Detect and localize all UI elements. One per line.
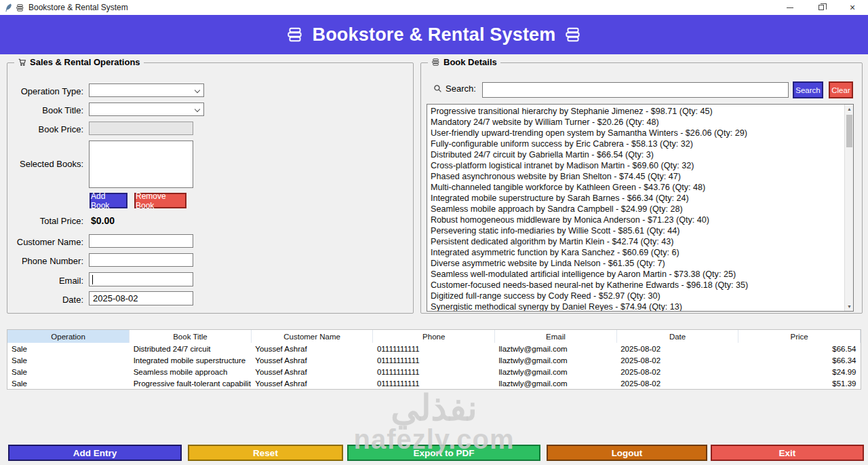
page-title: Bookstore & Rental System <box>312 24 555 45</box>
scroll-down-icon[interactable]: ▼ <box>845 302 854 311</box>
cell-customer-name: Youssef Ashraf <box>251 366 373 377</box>
cell-phone: 01111111111 <box>373 343 495 354</box>
chevron-down-icon <box>195 107 200 112</box>
watermark: نفذلي nafezly.com <box>0 391 868 452</box>
book-list-item[interactable]: Persevering static info-mediaries by Wil… <box>431 225 844 236</box>
book-list-item[interactable]: Distributed 24/7 circuit by Gabriella Ma… <box>431 149 844 160</box>
search-input[interactable] <box>482 82 789 98</box>
add-entry-button[interactable]: Add Entry <box>8 445 182 461</box>
cell-phone: 01111111111 <box>373 354 495 366</box>
window-title: Bookstore & Rental System <box>28 3 128 12</box>
book-list-item[interactable]: Synergistic methodical synergy by Daniel… <box>431 301 844 312</box>
books-icon <box>286 26 304 43</box>
header-banner: Bookstore & Rental System <box>0 15 868 54</box>
total-price-value: $0.00 <box>91 215 115 226</box>
book-list-item[interactable]: Robust homogeneous middleware by Monica … <box>431 215 844 225</box>
cell-date: 2025-08-02 <box>616 377 738 389</box>
book-details-title: Book Details <box>443 57 497 67</box>
close-button[interactable]: × <box>837 0 868 15</box>
chevron-down-icon <box>195 88 200 93</box>
book-list-item[interactable]: Multi-channeled tangible workforce by Ka… <box>431 182 844 193</box>
add-book-button[interactable]: Add Book <box>90 193 127 208</box>
cart-icon <box>18 58 26 67</box>
sales-operations-panel: Sales & Rental Operations Operation Type… <box>7 62 414 314</box>
book-list-item[interactable]: Mandatory 24/7 website by William Turner… <box>431 117 844 128</box>
column-header-date[interactable]: Date <box>616 330 738 343</box>
book-price-field <box>89 122 193 135</box>
column-header-phone[interactable]: Phone <box>373 330 495 343</box>
search-label: Search: <box>446 83 476 94</box>
clear-button[interactable]: Clear <box>829 81 853 98</box>
book-list-item[interactable]: Seamless well-modulated artificial intel… <box>431 269 844 280</box>
book-list-item[interactable]: Cross-platform logistical intranet by Ma… <box>431 160 844 171</box>
phone-number-label: Phone Number: <box>7 255 83 268</box>
cell-operation: Sale <box>7 354 130 366</box>
export-to-pdf-button[interactable]: Export to PDF <box>347 445 540 461</box>
book-list-item[interactable]: Diverse asymmetric website by Linda Nels… <box>431 258 844 269</box>
book-list-item[interactable]: Integrated asymmetric function by Kara S… <box>431 247 844 258</box>
scrollbar-thumb[interactable] <box>846 115 852 147</box>
book-list-item[interactable]: Customer-focused needs-based neural-net … <box>431 280 844 291</box>
table-row[interactable]: Sale Progressive fault-tolerant capabili… <box>7 377 861 389</box>
book-list-item[interactable]: Progressive transitional hierarchy by St… <box>431 106 844 117</box>
exit-button[interactable]: Exit <box>711 445 864 461</box>
book-details-legend: Book Details <box>428 57 500 67</box>
book-list-item[interactable]: Digitized full-range success by Cody Ree… <box>431 291 844 301</box>
cell-operation: Sale <box>7 343 130 354</box>
cell-price: $66.34 <box>738 354 861 366</box>
books-icon <box>16 3 24 12</box>
cell-email: llaztwly@gmail.com <box>495 343 617 354</box>
entries-table: Operation Book Title Customer Name Phone… <box>7 329 861 390</box>
books-icon <box>564 26 582 43</box>
date-field[interactable]: 2025-08-02 <box>89 291 193 305</box>
table-row[interactable]: Sale Integrated mobile superstructure Yo… <box>7 354 861 366</box>
email-label: Email: <box>7 274 83 288</box>
book-list-item[interactable]: Fully-configurable uniform success by Er… <box>431 138 844 149</box>
operation-type-label: Operation Type: <box>7 85 83 98</box>
book-title-select[interactable] <box>89 103 204 116</box>
cell-book-title: Distributed 24/7 circuit <box>130 343 252 354</box>
minimize-icon <box>787 7 793 8</box>
book-list-item[interactable]: User-friendly upward-trending open syste… <box>431 128 844 138</box>
remove-book-button[interactable]: Remove Book <box>134 193 186 208</box>
table-body: Sale Distributed 24/7 circuit Youssef As… <box>7 343 861 389</box>
customer-name-field[interactable] <box>89 234 193 248</box>
reset-button[interactable]: Reset <box>188 445 343 461</box>
column-header-operation[interactable]: Operation <box>7 330 130 343</box>
maximize-icon <box>818 5 824 10</box>
book-list-item[interactable]: Persistent dedicated algorithm by Martin… <box>431 236 844 247</box>
search-icon <box>433 84 442 93</box>
phone-number-field[interactable] <box>89 253 193 267</box>
cell-price: $51.39 <box>738 377 861 389</box>
book-price-label: Book Price: <box>7 123 83 136</box>
app-window: Bookstore & Rental System × Bookstore & … <box>0 0 868 465</box>
search-label-group: Search: <box>433 83 476 94</box>
column-header-email[interactable]: Email <box>495 330 617 343</box>
table-row[interactable]: Sale Distributed 24/7 circuit Youssef As… <box>7 343 861 354</box>
cell-customer-name: Youssef Ashraf <box>251 343 373 354</box>
column-header-book-title[interactable]: Book Title <box>130 330 252 343</box>
book-list-item[interactable]: Integrated mobile superstructure by Sara… <box>431 193 844 204</box>
minimize-button[interactable] <box>774 0 806 15</box>
book-list-item[interactable]: Phased asynchronous website by Brian She… <box>431 171 844 182</box>
cell-email: llaztwly@gmail.com <box>495 366 617 377</box>
table-row[interactable]: Sale Seamless mobile approach Youssef As… <box>7 366 861 377</box>
scroll-up-icon[interactable]: ▲ <box>845 105 854 113</box>
cell-customer-name: Youssef Ashraf <box>251 377 373 389</box>
cell-operation: Sale <box>7 377 130 389</box>
book-listbox[interactable]: Progressive transitional hierarchy by St… <box>427 104 854 312</box>
table-header-row: Operation Book Title Customer Name Phone… <box>7 330 861 343</box>
logout-button[interactable]: Logout <box>547 445 707 461</box>
cell-book-title: Seamless mobile approach <box>130 366 252 377</box>
operation-type-select[interactable] <box>89 83 204 97</box>
email-field[interactable] <box>89 272 193 286</box>
column-header-customer-name[interactable]: Customer Name <box>251 330 373 343</box>
maximize-button[interactable] <box>806 0 837 15</box>
column-header-price[interactable]: Price <box>738 330 861 343</box>
selected-books-label: Selected Books: <box>7 159 83 170</box>
selected-books-listbox[interactable] <box>89 141 193 188</box>
cell-phone: 01111111111 <box>373 366 495 377</box>
book-list-item[interactable]: Seamless mobile approach by Sandra Campb… <box>431 204 844 215</box>
search-button[interactable]: Search <box>793 81 823 98</box>
book-list-scrollbar[interactable]: ▲ ▼ <box>844 105 853 311</box>
